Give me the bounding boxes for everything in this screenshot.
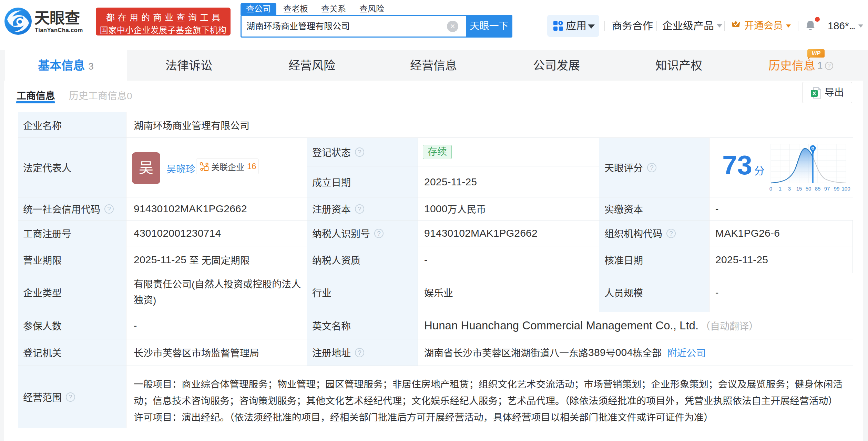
svg-text:100: 100 bbox=[841, 186, 850, 192]
svg-text:15: 15 bbox=[796, 186, 802, 192]
svg-text:97: 97 bbox=[824, 186, 830, 192]
svg-text:50: 50 bbox=[806, 186, 811, 192]
svg-text:1: 1 bbox=[779, 186, 782, 192]
svg-text:99: 99 bbox=[834, 186, 840, 192]
svg-text:0: 0 bbox=[769, 186, 772, 192]
svg-text:3: 3 bbox=[788, 186, 791, 192]
svg-text:85: 85 bbox=[815, 186, 821, 192]
